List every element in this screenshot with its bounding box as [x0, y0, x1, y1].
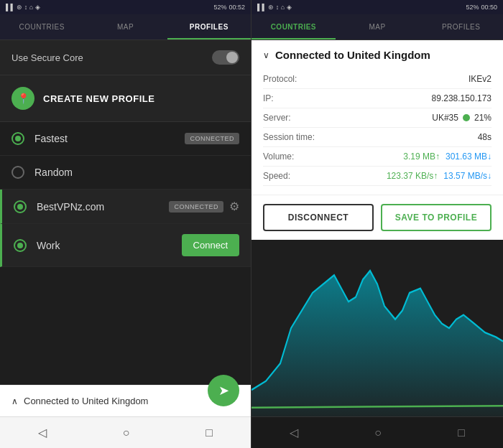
bottom-status-text: Connected to United Kingdom	[24, 396, 239, 406]
right-nav-tabs: COUNTRIES MAP PROFILES	[251, 14, 503, 40]
chevron-up-icon: ∧	[11, 396, 18, 406]
tab-profiles-left[interactable]: PROFILES	[167, 14, 251, 39]
tab-countries-left[interactable]: COUNTRIES	[0, 14, 83, 39]
speed-chart	[251, 240, 503, 416]
server-load: 21%	[474, 113, 492, 123]
right-signal: ▌▌ ⊛ ↕ ⌂ ◈	[257, 4, 292, 11]
ip-row: IP: 89.238.150.173	[263, 89, 492, 108]
radio-random	[11, 166, 24, 179]
left-panel-content: Use Secure Core CREATE NEW PROFILE Faste…	[0, 40, 251, 385]
gear-icon[interactable]: ⚙	[229, 200, 239, 213]
action-buttons: DISCONNECT SAVE TO PROFILE	[251, 195, 503, 240]
disconnect-button[interactable]: DISCONNECT	[263, 204, 374, 231]
back-button-right[interactable]: ◁	[275, 420, 313, 445]
fab-button[interactable]: ➤	[208, 375, 239, 406]
ip-label: IP:	[263, 93, 274, 103]
profile-item-random[interactable]: Random	[0, 156, 251, 190]
home-button-left[interactable]: ○	[109, 421, 144, 445]
recent-button-left[interactable]: □	[191, 421, 227, 445]
session-row: Session time: 48s	[263, 128, 492, 147]
connect-work-button[interactable]: Connect	[182, 234, 239, 256]
profile-name-fastest: Fastest	[34, 133, 185, 144]
profile-name-bestvpn: BestVPNz.com	[37, 201, 169, 213]
server-value-group: UK#35 21%	[432, 113, 492, 123]
left-nav-tabs: COUNTRIES MAP PROFILES	[0, 14, 251, 40]
left-status-bar: ▌▌ ⊛ ↕ ⌂ ◈ 52% 00:52	[0, 0, 251, 14]
tab-map-right[interactable]: MAP	[336, 14, 420, 39]
volume-row: Volume: 3.19 MB↑ 301.63 MB↓	[263, 147, 492, 167]
left-time: 00:52	[229, 4, 245, 11]
session-label: Session time:	[263, 132, 315, 142]
tab-map-left[interactable]: MAP	[83, 14, 167, 39]
right-status-bar: ▌▌ ⊛ ↕ ⌂ ◈ 52% 00:50	[251, 0, 503, 14]
speed-down: 13.57 MB/s↓	[443, 171, 492, 181]
home-button-right[interactable]: ○	[360, 421, 396, 445]
server-value: UK#35	[432, 113, 458, 123]
secure-core-row: Use Secure Core	[0, 40, 251, 75]
protocol-label: Protocol:	[263, 74, 297, 84]
tab-countries-right[interactable]: COUNTRIES	[251, 14, 336, 39]
radio-fastest	[11, 132, 24, 145]
session-value: 48s	[478, 132, 492, 142]
connection-details: Protocol: IKEv2 IP: 89.238.150.173 Serve…	[251, 70, 503, 195]
profile-item-bestvpn[interactable]: BestVPNz.com CONNECTED ⚙	[0, 190, 251, 224]
speed-up: 123.37 KB/s↑	[387, 171, 438, 181]
save-profile-button[interactable]: SAVE TO PROFILE	[381, 204, 492, 231]
volume-label: Volume:	[263, 151, 294, 162]
right-nav-bar: ◁ ○ □	[251, 416, 503, 448]
secure-core-label: Use Secure Core	[11, 52, 83, 63]
connection-header[interactable]: ∨ Connected to United Kingdom	[251, 40, 503, 70]
volume-down: 301.63 MB↓	[446, 151, 492, 162]
speed-row: Speed: 123.37 KB/s↑ 13.57 MB/s↓	[263, 167, 492, 186]
create-profile-button[interactable]: CREATE NEW PROFILE	[0, 75, 251, 122]
server-row: Server: UK#35 21%	[263, 108, 492, 128]
left-phone-panel: ▌▌ ⊛ ↕ ⌂ ◈ 52% 00:52 COUNTRIES MAP PROFI…	[0, 0, 251, 448]
toggle-thumb	[226, 52, 238, 63]
chevron-down-icon: ∨	[263, 50, 269, 60]
left-nav-bar: ◁ ○ □	[0, 416, 251, 448]
left-signal: ▌▌ ⊛ ↕ ⌂ ◈	[6, 4, 40, 11]
back-button-left[interactable]: ◁	[24, 420, 61, 445]
left-battery: 52%	[213, 4, 226, 11]
profile-name-random: Random	[34, 167, 239, 178]
profile-item-work[interactable]: Work Connect	[0, 224, 251, 267]
recent-button-right[interactable]: □	[443, 421, 479, 445]
server-label: Server:	[263, 113, 291, 123]
profile-name-work: Work	[37, 240, 182, 251]
create-profile-label: CREATE NEW PROFILE	[43, 93, 154, 104]
tab-profiles-right[interactable]: PROFILES	[419, 14, 503, 39]
radio-bestvpn	[14, 200, 27, 213]
right-battery: 52%	[466, 4, 479, 11]
right-time: 00:50	[481, 4, 497, 11]
badge-bestvpn: CONNECTED	[169, 201, 223, 213]
secure-core-toggle[interactable]	[212, 50, 239, 65]
server-load-dot	[463, 114, 470, 121]
create-profile-icon	[11, 87, 34, 110]
radio-work	[14, 239, 27, 252]
protocol-row: Protocol: IKEv2	[263, 70, 492, 89]
badge-fastest: CONNECTED	[185, 133, 239, 144]
profile-item-fastest[interactable]: Fastest CONNECTED	[0, 122, 251, 156]
protocol-value: IKEv2	[469, 74, 492, 84]
ip-value: 89.238.150.173	[432, 93, 492, 103]
volume-up: 3.19 MB↑	[403, 151, 440, 162]
right-phone-panel: ▌▌ ⊛ ↕ ⌂ ◈ 52% 00:50 COUNTRIES MAP PROFI…	[251, 0, 503, 448]
connection-title: Connected to United Kingdom	[275, 49, 430, 61]
fab-icon: ➤	[218, 383, 229, 398]
speed-label: Speed:	[263, 171, 290, 181]
profile-list: Fastest CONNECTED Random BestVPNz.com CO…	[0, 122, 251, 385]
